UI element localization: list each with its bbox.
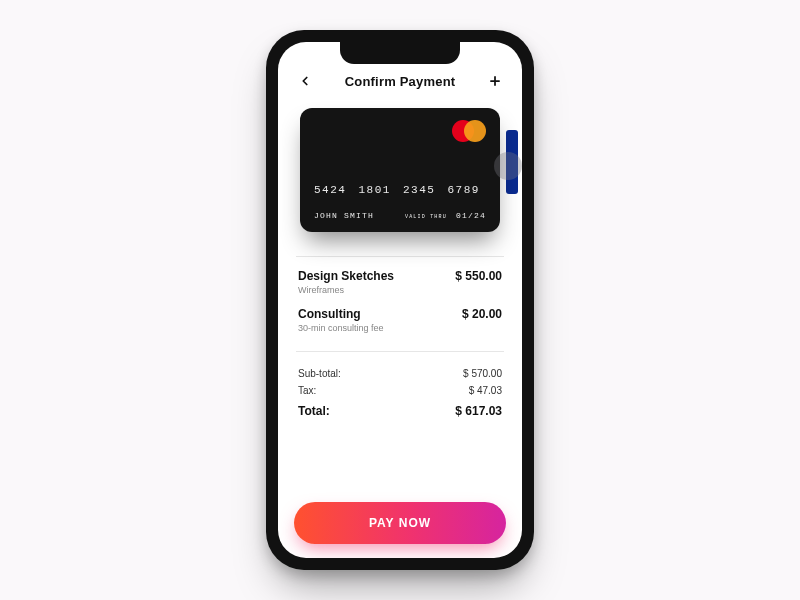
header: Confirm Payment: [294, 70, 506, 92]
mastercard-icon: [452, 120, 486, 142]
item-sub: 30-min consulting fee: [298, 323, 384, 333]
credit-card[interactable]: 5424 1801 2345 6789 JOHN SMITH VALID THR…: [300, 108, 500, 232]
card-drag-handle[interactable]: [494, 152, 522, 180]
item-price: $ 20.00: [462, 307, 502, 321]
phone-frame: Confirm Payment 5424 1801 2345 6789 JOHN…: [266, 30, 534, 570]
add-button[interactable]: [484, 70, 506, 92]
card-expiry: 01/24: [456, 211, 486, 220]
card-expiry-block: VALID THRU 01/24: [405, 211, 486, 220]
total-row: Total: $ 617.03: [298, 404, 502, 418]
divider: [296, 256, 504, 257]
item-sub: Wireframes: [298, 285, 394, 295]
divider: [296, 351, 504, 352]
tax-value: $ 47.03: [469, 385, 502, 396]
pay-now-label: PAY NOW: [369, 516, 431, 530]
card-number: 5424 1801 2345 6789: [314, 184, 480, 196]
subtotal-value: $ 570.00: [463, 368, 502, 379]
phone-notch: [340, 42, 460, 64]
item-name: Design Sketches: [298, 269, 394, 283]
card-valid-label: VALID THRU: [405, 215, 447, 220]
tax-label: Tax:: [298, 385, 316, 396]
card-carousel: 5424 1801 2345 6789 JOHN SMITH VALID THR…: [294, 108, 506, 232]
subtotal-label: Sub-total:: [298, 368, 341, 379]
item-name: Consulting: [298, 307, 384, 321]
tax-row: Tax: $ 47.03: [298, 385, 502, 396]
subtotal-row: Sub-total: $ 570.00: [298, 368, 502, 379]
total-value: $ 617.03: [455, 404, 502, 418]
plus-icon: [488, 74, 502, 88]
totals: Sub-total: $ 570.00 Tax: $ 47.03 Total: …: [294, 368, 506, 424]
card-holder-name: JOHN SMITH: [314, 211, 374, 220]
line-items: Design Sketches Wireframes $ 550.00 Cons…: [294, 269, 506, 345]
line-item: Design Sketches Wireframes $ 550.00: [298, 269, 502, 295]
chevron-left-icon: [298, 74, 312, 88]
pay-now-button[interactable]: PAY NOW: [294, 502, 506, 544]
phone-screen: Confirm Payment 5424 1801 2345 6789 JOHN…: [278, 42, 522, 558]
line-item: Consulting 30-min consulting fee $ 20.00: [298, 307, 502, 333]
item-price: $ 550.00: [455, 269, 502, 283]
page-title: Confirm Payment: [345, 74, 456, 89]
total-label: Total:: [298, 404, 330, 418]
back-button[interactable]: [294, 70, 316, 92]
